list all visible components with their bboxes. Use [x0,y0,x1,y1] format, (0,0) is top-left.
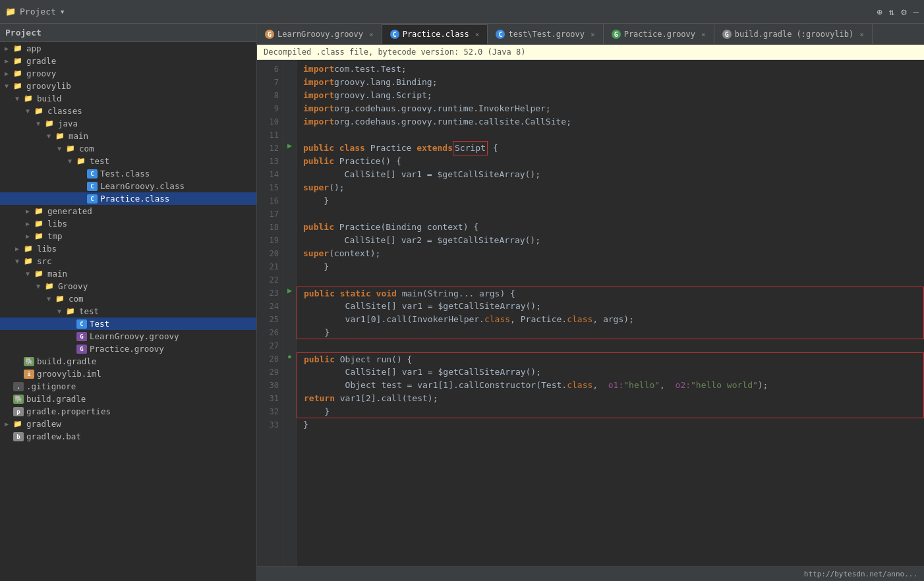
arrow-app[interactable]: ▶ [3,45,11,52]
arrow-libs-build[interactable]: ▶ [24,220,32,227]
settings-icon[interactable]: ⚙ [901,7,906,17]
tab-close-tab-practice-groovy[interactable]: × [701,30,706,39]
tab-close-tab-practice-class[interactable]: × [475,30,480,39]
arrow-main[interactable]: ▼ [45,132,53,140]
add-icon[interactable]: ⊕ [877,7,882,17]
arrow-tmp[interactable]: ▶ [24,233,32,240]
folder-icon-test: 📁 [76,157,87,165]
sidebar-item-libs-build[interactable]: ▶📁libs [0,217,256,230]
tab-label-tab-test-groovy: test\Test.groovy [508,30,585,39]
minimize-icon[interactable]: — [913,7,919,17]
sidebar-item-test[interactable]: ▼📁test [0,155,256,167]
sidebar-item-groovy[interactable]: ▶📁groovy [0,67,256,80]
line-num-33: 33 [261,418,279,431]
tab-tab-test-groovy[interactable]: Ctest\Test.groovy× [488,24,603,44]
sidebar-item-groovylib[interactable]: ▼📁groovylib [0,80,256,92]
item-label-libs: libs [37,244,57,254]
gutter-item-22 [283,271,296,284]
folder-icon-libs-build: 📁 [34,219,45,228]
code-line-19: CallSite[] var2 = $getCallSiteArray(); [297,234,924,247]
sidebar-item-gradlew[interactable]: ▶📁gradlew [0,418,256,430]
sidebar-item-libs[interactable]: ▶📁libs [0,242,256,255]
line-num-10: 10 [261,115,279,128]
sidebar-item-learngroovy-class[interactable]: CLearnGroovy.class [0,180,256,192]
sidebar-item-main[interactable]: ▼📁main [0,130,256,142]
arrow-libs[interactable]: ▶ [13,245,21,252]
sidebar-item-test-class[interactable]: CTest.class [0,167,256,180]
arrow-groovy-src[interactable]: ▼ [34,283,42,290]
arrow-test-src[interactable]: ▼ [55,308,63,315]
line-num-18: 18 [261,221,279,234]
arrow-main-src[interactable]: ▼ [24,270,32,277]
gutter-item-23: ▶ [283,284,296,297]
sidebar-item-java[interactable]: ▼📁java [0,117,256,130]
code-line-25: var1[0].call(InvokerHelper.class, Practi… [297,313,924,326]
gutter-item-32 [283,402,296,416]
tab-tab-build-gradle[interactable]: Gbuild.gradle (:groovylib)× [714,24,873,44]
sidebar-item-com[interactable]: ▼📁com [0,142,256,155]
sidebar-item-src[interactable]: ▼📁src [0,255,256,267]
tab-tab-learngroovy[interactable]: GLearnGroovy.groovy× [257,24,382,44]
sidebar-content[interactable]: ▶📁app▶📁gradle▶📁groovy▼📁groovylib▼📁build▼… [0,42,256,581]
sidebar-item-gradle[interactable]: ▶📁gradle [0,55,256,67]
code-line-31: return var1[2].call(test); [297,392,924,405]
sidebar-item-test-src[interactable]: ▼📁test [0,305,256,318]
sidebar-item-build[interactable]: ▼📁build [0,92,256,105]
tab-icon-tab-practice-groovy: G [612,30,621,39]
sidebar-item-app[interactable]: ▶📁app [0,42,256,55]
sidebar-item-practice-class[interactable]: CPractice.class [0,192,256,205]
tab-label-tab-practice-class: Practice.class [403,30,469,39]
arrow-com[interactable]: ▼ [55,145,63,152]
arrow-src[interactable]: ▼ [13,258,21,265]
tab-close-tab-learngroovy[interactable]: × [369,30,374,39]
item-label-java: java [58,119,78,128]
arrow-groovy[interactable]: ▶ [3,70,11,77]
folder-icon-classes: 📁 [34,107,45,115]
line-num-17: 17 [261,208,279,221]
sidebar-item-gradlew-bat[interactable]: bgradlew.bat [0,430,256,443]
sidebar-item-generated[interactable]: ▶📁generated [0,205,256,217]
project-dropdown-icon[interactable]: ▾ [60,7,65,16]
sort-icon[interactable]: ⇅ [889,7,894,17]
title-bar-left: 📁 Project ▾ [5,7,65,16]
tab-close-tab-build-gradle[interactable]: × [859,30,864,39]
sidebar-item-build-gradle-root[interactable]: 🐘build.gradle [0,393,256,405]
arrow-com-src[interactable]: ▼ [45,295,53,302]
item-label-app: app [26,43,42,53]
arrow-gradle[interactable]: ▶ [3,57,11,65]
arrow-test[interactable]: ▼ [66,157,74,165]
item-label-com-src: com [69,294,84,304]
sidebar-item-practice-groovy[interactable]: GPractice.groovy [0,343,256,355]
sidebar-item-groovylib-iml[interactable]: igroovylib.iml [0,368,256,380]
tab-tab-practice-class[interactable]: CPractice.class× [382,24,488,44]
gutter-item-13 [283,152,296,165]
arrow-groovylib[interactable]: ▼ [3,82,11,90]
sidebar-item-learngroovy-groovy[interactable]: GLearnGroovy.groovy [0,330,256,343]
code-line-8: import groovy.lang.Script; [297,89,924,102]
item-label-groovy-src: Groovy [58,281,88,291]
sidebar-item-tmp[interactable]: ▶📁tmp [0,230,256,242]
code-line-23: public static void main(String... args) … [297,287,924,300]
tab-close-tab-test-groovy[interactable]: × [591,30,595,39]
info-bar: Decompiled .class file, bytecode version… [257,45,924,60]
tab-label-tab-practice-groovy: Practice.groovy [624,30,695,39]
arrow-classes[interactable]: ▼ [24,107,32,115]
sidebar-item-groovy-src[interactable]: ▼📁Groovy [0,280,256,292]
sidebar-item-classes[interactable]: ▼📁classes [0,105,256,117]
sidebar-item-main-src[interactable]: ▼📁main [0,267,256,280]
sidebar-item-gitignore-file[interactable]: ..gitignore [0,380,256,393]
folder-icon-test-src: 📁 [66,307,76,316]
title-bar-icons: ⊕ ⇅ ⚙ — [877,7,919,17]
arrow-gradlew[interactable]: ▶ [3,420,11,428]
code-content[interactable]: import com.test.Test;import groovy.lang.… [297,60,924,567]
arrow-build[interactable]: ▼ [13,95,21,102]
sidebar-item-com-src[interactable]: ▼📁com [0,292,256,305]
sidebar-item-test-file[interactable]: CTest [0,318,256,330]
arrow-java[interactable]: ▼ [34,120,42,127]
sidebar-item-gradle-props[interactable]: pgradle.properties [0,405,256,418]
tab-tab-practice-groovy[interactable]: GPractice.groovy× [604,24,714,44]
code-line-12: public class Practice extends Script { [297,142,924,155]
code-line-33: } [297,418,924,431]
sidebar-item-build-gradle-file[interactable]: 🐘build.gradle [0,355,256,368]
arrow-generated[interactable]: ▶ [24,208,32,215]
